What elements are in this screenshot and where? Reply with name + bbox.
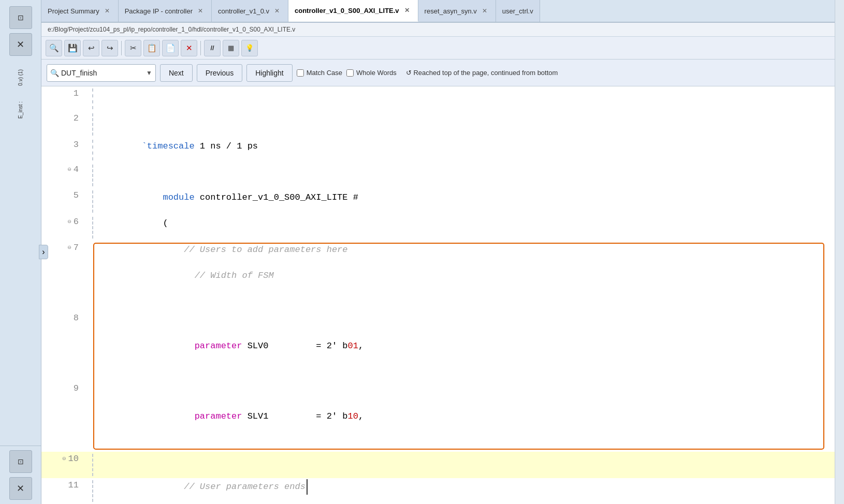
param-keyword-9: parameter bbox=[152, 411, 242, 421]
line-num-6: ⊖6 bbox=[41, 217, 83, 227]
delete-btn[interactable]: ✕ bbox=[181, 40, 197, 56]
match-case-text: Match Case bbox=[307, 69, 342, 77]
code-line-10: ⊖10 // User parameters ends bbox=[41, 452, 835, 478]
collapse-icon-10[interactable]: ⊖ bbox=[62, 455, 66, 463]
code-content-8[interactable]: parameter SLV0 = 2' b01, bbox=[93, 313, 835, 379]
line-gutter-4 bbox=[83, 165, 93, 187]
line-num-2: 2 bbox=[41, 113, 83, 123]
collapse-icon-7[interactable]: ⊖ bbox=[68, 244, 71, 251]
code-content-11[interactable]: // Do not modify the parameters beyond t… bbox=[93, 480, 835, 505]
code-line-1: 1 bbox=[41, 86, 835, 111]
previous-button[interactable]: Previous bbox=[197, 64, 242, 82]
code-line-5: 5 ( bbox=[41, 188, 835, 215]
param-num-8: 01 bbox=[348, 341, 358, 351]
redo-btn[interactable]: ↪ bbox=[101, 40, 118, 56]
search-dropdown-btn[interactable]: ▼ bbox=[146, 69, 152, 77]
tab-package-ip[interactable]: Package IP - controller ✕ bbox=[119, 0, 212, 22]
tab-reset-asyn[interactable]: reset_asyn_syn.v ✕ bbox=[418, 0, 496, 22]
tab-controller-s00-close[interactable]: ✕ bbox=[402, 6, 412, 15]
cut-btn[interactable]: ✂ bbox=[125, 40, 141, 56]
left-sidebar: ⊡ ✕ 0.v) (1) E_inst : › ⊡ ✕ bbox=[0, 0, 41, 504]
tab-reset-asyn-close[interactable]: ✕ bbox=[480, 6, 489, 16]
param-num-9: 10 bbox=[348, 411, 358, 421]
tab-bar: Project Summary ✕ Package IP - controlle… bbox=[41, 0, 835, 23]
search-status-message: ↺ Reached top of the page, continued fro… bbox=[406, 69, 558, 77]
code-content-1[interactable] bbox=[93, 88, 835, 93]
comment-7: // Width of FSM bbox=[152, 271, 274, 280]
code-line-11: 11 // Do not modify the parameters beyon… bbox=[41, 478, 835, 505]
search-bar: 🔍 ▼ Next Previous Highlight Match Case W… bbox=[41, 60, 835, 86]
code-line-8: 8 parameter SLV0 = 2' b01, bbox=[41, 311, 835, 381]
code-line-9: 9 parameter SLV1 = 2' b10, bbox=[41, 381, 835, 452]
tab-reset-asyn-label: reset_asyn_syn.v bbox=[425, 7, 477, 15]
tab-controller-v1-close[interactable]: ✕ bbox=[272, 6, 282, 16]
code-content-7[interactable]: // Width of FSM bbox=[93, 243, 835, 309]
whole-words-label[interactable]: Whole Words bbox=[346, 69, 397, 77]
left-sidebar-bottom: ⊡ ✕ bbox=[0, 446, 41, 504]
right-scrollbar[interactable] bbox=[835, 0, 844, 504]
line-gutter-5 bbox=[83, 190, 93, 213]
tab-controller-v1-label: controller_v1_0.v bbox=[218, 7, 269, 15]
line-num-3: 3 bbox=[41, 140, 83, 150]
code-content-3[interactable] bbox=[93, 140, 835, 144]
line-gutter-1 bbox=[83, 88, 93, 109]
line-num-8: 8 bbox=[41, 313, 83, 323]
param-comma-8: , bbox=[358, 341, 363, 351]
line-gutter-11 bbox=[83, 480, 93, 502]
search-icon: 🔍 bbox=[50, 69, 59, 77]
code-line-4: ⊖4 module controller_v1_0_S00_AXI_LITE # bbox=[41, 162, 835, 189]
line-num-10: ⊖10 bbox=[41, 454, 83, 464]
grid-btn[interactable]: ▦ bbox=[223, 40, 239, 56]
match-case-label[interactable]: Match Case bbox=[297, 69, 342, 77]
undo-btn[interactable]: ↩ bbox=[83, 40, 99, 56]
param-name-9: SLV1 = 2' b bbox=[242, 411, 347, 421]
tab-package-ip-close[interactable]: ✕ bbox=[196, 6, 205, 16]
next-button[interactable]: Next bbox=[160, 64, 193, 82]
tab-project-summary-close[interactable]: ✕ bbox=[103, 6, 112, 16]
line-num-5: 5 bbox=[41, 190, 83, 200]
toolbar: 🔍 💾 ↩ ↪ ✂ 📋 📄 ✕ // ▦ 💡 bbox=[41, 37, 835, 60]
sidebar-icon-top2[interactable]: ✕ bbox=[9, 33, 32, 56]
copy-btn[interactable]: 📋 bbox=[143, 40, 160, 56]
line-num-11: 11 bbox=[41, 480, 83, 490]
tab-user-ctrl-label: user_ctrl.v bbox=[502, 7, 533, 15]
light-btn[interactable]: 💡 bbox=[241, 40, 258, 56]
tab-project-summary[interactable]: Project Summary ✕ bbox=[41, 0, 119, 22]
highlight-button[interactable]: Highlight bbox=[246, 64, 292, 82]
left-panel-top-label: 0.v) (1) bbox=[18, 69, 23, 86]
paste-btn[interactable]: 📄 bbox=[162, 40, 179, 56]
sidebar-icon-bot2[interactable]: ✕ bbox=[9, 477, 32, 500]
whole-words-checkbox[interactable] bbox=[346, 69, 354, 77]
line-gutter-3 bbox=[83, 140, 93, 160]
collapse-icon-6[interactable]: ⊖ bbox=[68, 218, 71, 226]
expand-panel-btn[interactable]: › bbox=[39, 245, 48, 259]
sidebar-icon-bot1[interactable]: ⊡ bbox=[9, 450, 32, 473]
line-gutter-6 bbox=[83, 217, 93, 239]
line-num-4: ⊖4 bbox=[41, 165, 83, 174]
orange-box-container: ⊖7 // Width of FSM 8 parameter SLV0 = 2'… bbox=[41, 241, 835, 452]
tab-user-ctrl[interactable]: user_ctrl.v bbox=[496, 0, 540, 22]
collapse-icon-4[interactable]: ⊖ bbox=[68, 166, 71, 173]
line-gutter-10 bbox=[83, 454, 93, 476]
tab-controller-v1[interactable]: controller_v1_0.v ✕ bbox=[212, 0, 288, 22]
code-line-6: ⊖6 // Users to add parameters here bbox=[41, 215, 835, 241]
tab-package-ip-label: Package IP - controller bbox=[125, 7, 193, 15]
tab-controller-s00[interactable]: controller_v1_0_S00_AXI_LITE.v ✕ bbox=[288, 0, 418, 22]
main-area: Project Summary ✕ Package IP - controlle… bbox=[41, 0, 835, 504]
param-keyword-8: parameter bbox=[152, 341, 242, 351]
match-case-checkbox[interactable] bbox=[297, 69, 304, 77]
line-gutter-2 bbox=[83, 113, 93, 136]
search-toolbar-btn[interactable]: 🔍 bbox=[46, 40, 62, 56]
line-num-9: 9 bbox=[41, 383, 83, 393]
breadcrumb-text: e:/Blog/Project/zcu104_ps_pl/ip_repo/con… bbox=[48, 26, 295, 33]
code-editor[interactable]: 1 2 `timescale 1 ns / 1 ps 3 ⊖4 mod bbox=[41, 86, 835, 504]
breadcrumb: e:/Blog/Project/zcu104_ps_pl/ip_repo/con… bbox=[41, 23, 835, 37]
toolbar-sep2 bbox=[200, 41, 201, 55]
comment-btn[interactable]: // bbox=[204, 40, 221, 56]
sidebar-icon-top1[interactable]: ⊡ bbox=[9, 6, 32, 29]
save-btn[interactable]: 💾 bbox=[64, 40, 81, 56]
toolbar-sep1 bbox=[121, 41, 122, 55]
search-input[interactable] bbox=[61, 69, 144, 77]
code-content-9[interactable]: parameter SLV1 = 2' b10, bbox=[93, 383, 835, 450]
param-name-8: SLV0 = 2' b bbox=[242, 341, 347, 351]
